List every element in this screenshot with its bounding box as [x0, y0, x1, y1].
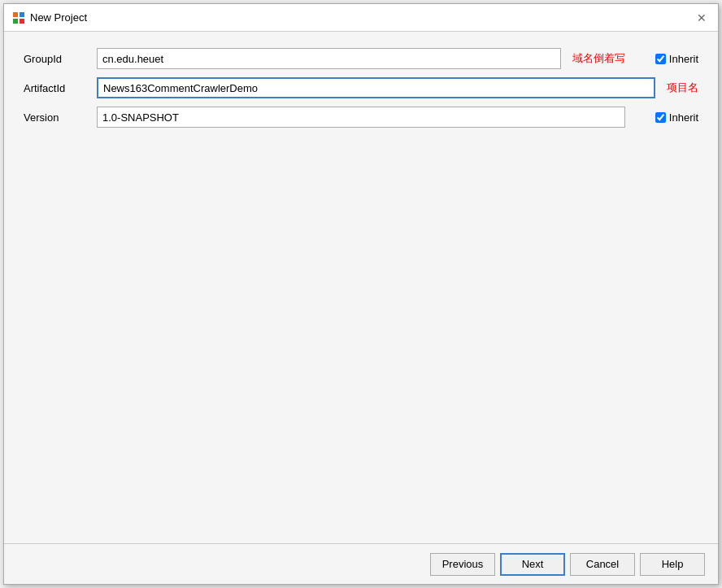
groupid-annotation: 域名倒着写	[572, 51, 625, 66]
groupid-row: GroupId 域名倒着写 Inherit	[24, 48, 698, 69]
version-inherit-checkbox[interactable]	[655, 112, 666, 123]
groupid-inherit-label: Inherit	[669, 53, 698, 65]
artifactid-row: ArtifactId 项目名	[24, 77, 698, 98]
new-project-dialog: New Project ✕ GroupId 域名倒着写 Inherit Arti…	[3, 3, 719, 585]
svg-rect-1	[20, 12, 24, 17]
artifactid-input[interactable]	[97, 77, 655, 98]
artifactid-input-wrapper: 项目名	[97, 77, 698, 98]
groupid-label: GroupId	[24, 53, 97, 65]
help-button[interactable]: Help	[640, 553, 705, 576]
groupid-inherit-wrapper: Inherit	[625, 53, 698, 65]
groupid-input[interactable]	[97, 48, 561, 69]
previous-button[interactable]: Previous	[430, 553, 495, 576]
version-label: Version	[24, 111, 97, 124]
svg-rect-2	[13, 19, 18, 24]
artifactid-annotation: 项目名	[667, 81, 698, 95]
version-input-wrapper	[97, 107, 625, 128]
title-bar: New Project ✕	[4, 4, 718, 32]
version-inherit-wrapper: Inherit	[625, 111, 698, 124]
version-inherit-label: Inherit	[669, 111, 698, 124]
cancel-button[interactable]: Cancel	[570, 553, 635, 576]
svg-rect-0	[13, 12, 18, 17]
dialog-footer: Previous Next Cancel Help	[4, 543, 718, 584]
groupid-input-wrapper: 域名倒着写	[97, 48, 625, 69]
artifactid-label: ArtifactId	[24, 82, 97, 94]
dialog-content: GroupId 域名倒着写 Inherit ArtifactId 项目名 Ver…	[4, 32, 718, 543]
close-button[interactable]: ✕	[694, 10, 710, 26]
title-bar-left: New Project	[12, 11, 87, 24]
svg-rect-3	[20, 19, 24, 24]
version-row: Version Inherit	[24, 107, 698, 128]
next-button[interactable]: Next	[500, 553, 565, 576]
groupid-inherit-checkbox[interactable]	[655, 54, 666, 64]
window-title: New Project	[30, 11, 87, 24]
version-input[interactable]	[97, 107, 625, 128]
app-icon	[12, 11, 25, 24]
